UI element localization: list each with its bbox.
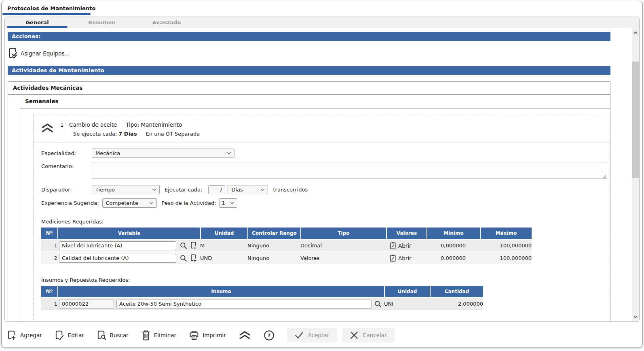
semanales-group: Semanales — [20, 95, 610, 321]
maximo-cell: 100,000000 — [480, 251, 532, 264]
col-unidad: Unidad — [384, 286, 430, 297]
clipboard-edit-icon — [390, 254, 396, 262]
chevrons-up-icon — [239, 330, 251, 340]
close-icon — [350, 331, 358, 339]
transcurridos-label: transcurridos — [273, 187, 308, 193]
tab-general-label: General — [25, 19, 49, 26]
search-icon[interactable] — [180, 242, 187, 249]
col-cantidad: Cantidad — [430, 286, 483, 297]
peso-select[interactable]: 1 — [219, 198, 237, 208]
abrir-valores-button[interactable]: Abrir — [386, 242, 427, 249]
abrir-label: Abrir — [398, 255, 412, 262]
peso-value: 1 — [222, 200, 225, 206]
controlar-rango-cell: Ninguno — [247, 251, 300, 264]
edit-document-icon — [55, 330, 65, 341]
tab-general[interactable]: General — [5, 17, 70, 28]
col-minimo: Mínimo — [427, 228, 480, 239]
scroll-content: Acciones: Asignar Equipos... Actividades… — [5, 28, 632, 321]
aceptar-label: Aceptar — [308, 332, 329, 338]
table-row: 1 UNI 2,000000 — [41, 297, 483, 310]
cancelar-label: Cancelar — [363, 332, 387, 338]
collapse-all-button[interactable] — [239, 330, 251, 340]
comentario-label: Comentario: — [41, 162, 92, 169]
especialidad-select[interactable]: Mecánica — [92, 149, 234, 158]
disparador-value: Tiempo — [95, 187, 115, 193]
cancelar-button[interactable]: Cancelar — [342, 328, 395, 342]
buscar-button[interactable]: Buscar — [97, 330, 129, 341]
ejecutar-cada-label: Ejecutar cada: — [165, 187, 202, 193]
scrollbar-up-arrow-icon[interactable] — [632, 29, 639, 36]
ejecutar-cada-input[interactable] — [208, 185, 225, 194]
unidad-cell: UND — [200, 251, 247, 264]
check-icon — [295, 331, 304, 339]
asignar-equipos-label: Asignar Equipos... — [21, 50, 70, 57]
tab-resumen[interactable]: Resumen — [70, 17, 134, 28]
col-valores: Valores — [386, 228, 427, 239]
trash-icon — [141, 330, 151, 341]
insumo-descripcion-input[interactable] — [116, 300, 372, 308]
variable-input[interactable] — [59, 241, 176, 250]
semanales-title: Semanales — [20, 95, 610, 108]
col-num: Nº — [41, 286, 57, 297]
disparador-select[interactable]: Tiempo — [92, 185, 160, 194]
variable-input[interactable] — [59, 254, 176, 263]
bottom-toolbar: Agregar Editar B — [3, 326, 641, 344]
editar-button[interactable]: Editar — [55, 330, 84, 341]
insumos-header-row: Nº Insumo Unidad Cantidad — [41, 286, 483, 297]
col-insumo: Insumo — [57, 286, 384, 297]
experiencia-value: Competente — [106, 200, 138, 206]
mediciones-header-row: Nº Variable Unidad Controlar Rango Tipo … — [41, 228, 532, 239]
insumos-title: Insumos y Repuestos Requeridos: — [41, 277, 610, 283]
acciones-section-header: Acciones: — [8, 32, 610, 41]
comentario-textarea[interactable] — [92, 162, 607, 179]
agregar-label: Agregar — [20, 332, 42, 338]
cantidad-cell: 2,000000 — [430, 297, 483, 310]
col-maximo: Máximo — [480, 228, 532, 239]
help-button[interactable]: ? — [264, 330, 274, 341]
experiencia-select[interactable]: Competente — [102, 198, 157, 208]
tab-strip: General Resumen Avanzado — [5, 17, 639, 28]
assign-equipment-icon — [8, 47, 19, 60]
ejecutar-unidad-select[interactable]: Días — [228, 185, 268, 194]
especialidad-label: Especialidad: — [41, 150, 92, 156]
svg-text:?: ? — [267, 332, 270, 338]
scrollbar-thumb[interactable] — [632, 62, 639, 178]
collapse-activity-icon[interactable] — [40, 123, 54, 134]
buscar-label: Buscar — [110, 332, 129, 338]
chevron-down-icon — [260, 188, 265, 191]
unidad-cell: UNI — [384, 297, 430, 310]
controlar-rango-cell: Ninguno — [247, 239, 300, 251]
tipo-cell: Valores — [300, 251, 386, 264]
search-icon[interactable] — [180, 255, 187, 262]
agregar-button[interactable]: Agregar — [7, 330, 42, 341]
abrir-valores-button[interactable]: Abrir — [386, 254, 427, 262]
mediciones-title: Mediciones Requeridas: — [41, 219, 610, 225]
especialidad-value: Mecánica — [95, 150, 120, 156]
eliminar-button[interactable]: Eliminar — [141, 330, 176, 341]
chevron-down-icon — [230, 202, 234, 204]
search-icon[interactable] — [374, 300, 382, 308]
tab-avanzado-label: Avanzado — [152, 19, 181, 26]
activity-header: 1 - Cambio de aceiteTipo: Mantenimiento … — [34, 121, 610, 143]
aceptar-button[interactable]: Aceptar — [287, 328, 337, 342]
app-window: Protocolos de Mantenimiento General Resu… — [1, 1, 643, 347]
vertical-scrollbar[interactable] — [632, 28, 639, 321]
search-document-icon — [97, 330, 107, 341]
minimo-cell: 0,000000 — [427, 239, 480, 251]
imprimir-label: Imprimir — [203, 332, 226, 338]
editar-label: Editar — [68, 332, 84, 338]
row-number: 2 — [41, 251, 57, 264]
row-number: 1 — [41, 297, 57, 310]
asignar-equipos-button[interactable]: Asignar Equipos... — [8, 47, 70, 60]
activity-card: 1 - Cambio de aceiteTipo: Mantenimiento … — [33, 114, 610, 321]
clipboard-edit-icon — [390, 242, 396, 249]
imprimir-button[interactable]: Imprimir — [189, 330, 226, 341]
col-variable: Variable — [57, 228, 200, 239]
col-num: Nº — [41, 228, 57, 239]
add-page-icon[interactable] — [191, 242, 197, 250]
experiencia-label: Experiencia Sugerida: — [41, 200, 99, 206]
add-page-icon[interactable] — [191, 254, 197, 262]
scrollbar-down-arrow-icon[interactable] — [632, 313, 639, 320]
tab-avanzado[interactable]: Avanzado — [134, 17, 199, 28]
insumo-codigo-input[interactable] — [59, 300, 114, 308]
